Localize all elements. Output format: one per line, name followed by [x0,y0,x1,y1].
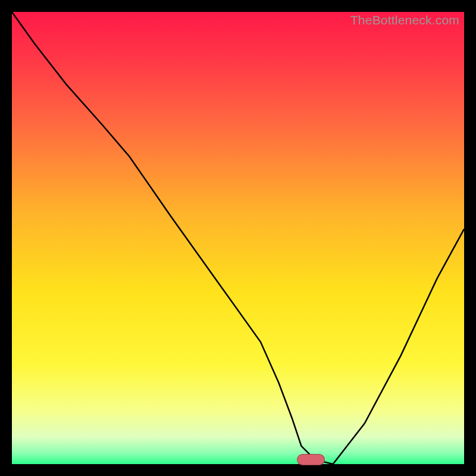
watermark-text: TheBottleneck.com [350,13,459,27]
chart-frame: TheBottleneck.com [12,12,464,464]
gradient-background [12,12,464,464]
bottleneck-plot [12,12,464,464]
optimum-marker [297,454,325,465]
